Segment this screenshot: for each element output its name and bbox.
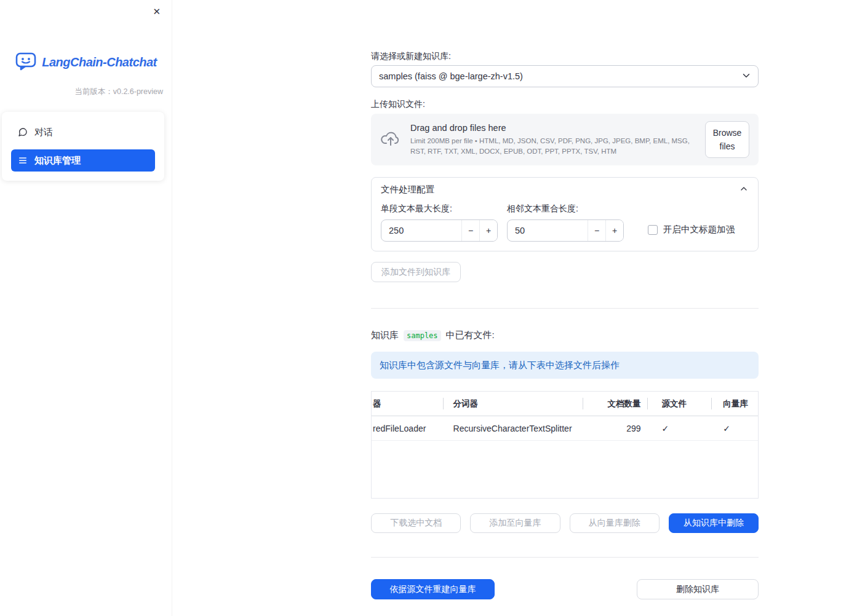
cell-source-file-check: ✓ bbox=[647, 416, 712, 440]
download-selected-button[interactable]: 下载选中文档 bbox=[371, 513, 461, 533]
file-config-body: 单段文本最大长度: 250 − + 相邻文本重合长度: 50 − bbox=[372, 201, 758, 251]
file-dropzone[interactable]: Drag and drop files here Limit 200MB per… bbox=[371, 114, 759, 165]
chat-bubble-icon bbox=[18, 127, 28, 137]
sidebar-item-label: 对话 bbox=[34, 127, 53, 138]
overlap-size-value[interactable]: 50 bbox=[508, 220, 588, 241]
existing-files-heading: 知识库 samples 中已有文件: bbox=[371, 330, 759, 341]
file-config-expander-header[interactable]: 文件处理配置 bbox=[372, 178, 758, 201]
overlap-size-increment-button[interactable]: + bbox=[605, 220, 623, 241]
app: ✕ LangChain-Chatchat 当前版本：v0.2.6-preview bbox=[0, 0, 849, 616]
files-table: 器 分词器 文档数量 源文件 向量库 redFileLoader Recursi… bbox=[371, 391, 759, 499]
chunk-size-value[interactable]: 250 bbox=[381, 220, 461, 241]
existing-files-suffix: 中已有文件: bbox=[446, 330, 495, 341]
cloud-upload-icon bbox=[380, 130, 401, 149]
chevron-down-icon bbox=[741, 70, 752, 83]
overlap-size-group: 相邻文本重合长度: 50 − + bbox=[507, 203, 624, 242]
column-header-loader[interactable]: 器 bbox=[372, 392, 443, 416]
zh-title-enhance-label[interactable]: 开启中文标题加强 bbox=[663, 224, 735, 235]
bottom-buttons: 依据源文件重建向量库 删除知识库 bbox=[371, 579, 759, 599]
delete-from-kb-button[interactable]: 从知识库中删除 bbox=[669, 513, 759, 533]
column-header-doc-count[interactable]: 文档数量 bbox=[583, 392, 647, 416]
info-banner: 知识库中包含源文件与向量库，请从下表中选择文件后操作 bbox=[371, 352, 759, 379]
list-icon bbox=[18, 156, 28, 165]
zh-title-enhance-checkbox[interactable] bbox=[648, 225, 658, 235]
chunk-size-input[interactable]: 250 − + bbox=[381, 219, 498, 242]
kb-select-value: samples (faiss @ bge-large-zh-v1.5) bbox=[379, 71, 523, 81]
existing-files-prefix: 知识库 bbox=[371, 330, 399, 341]
files-table-header: 器 分词器 文档数量 源文件 向量库 bbox=[372, 392, 758, 416]
info-banner-text: 知识库中包含源文件与向量库，请从下表中选择文件后操作 bbox=[380, 360, 620, 371]
delete-from-vector-store-button[interactable]: 从向量库删除 bbox=[570, 513, 660, 533]
cell-splitter: RecursiveCharacterTextSplitter bbox=[443, 416, 583, 440]
table-row[interactable]: redFileLoader RecursiveCharacterTextSpli… bbox=[372, 416, 758, 441]
browse-files-button[interactable]: Browse files bbox=[705, 121, 749, 159]
dropzone-title: Drag and drop files here bbox=[410, 123, 696, 133]
chevron-up-icon bbox=[739, 184, 749, 195]
delete-kb-button[interactable]: 删除知识库 bbox=[637, 579, 759, 599]
version-text: 当前版本：v0.2.6-preview bbox=[0, 87, 172, 97]
divider bbox=[371, 557, 759, 558]
sidebar-item-label: 知识库管理 bbox=[34, 155, 81, 167]
sidebar-menu: 对话 知识库管理 bbox=[2, 112, 164, 181]
chunk-size-group: 单段文本最大长度: 250 − + bbox=[381, 203, 498, 242]
rebuild-vector-store-button[interactable]: 依据源文件重建向量库 bbox=[371, 579, 495, 599]
logo-text: LangChain-Chatchat bbox=[42, 55, 157, 69]
add-to-vector-store-button[interactable]: 添加至向量库 bbox=[470, 513, 560, 533]
content-column: 请选择或新建知识库: samples (faiss @ bge-large-zh… bbox=[371, 0, 759, 599]
column-header-source-file[interactable]: 源文件 bbox=[647, 392, 712, 416]
cell-doc-count: 299 bbox=[583, 416, 647, 440]
kb-select[interactable]: samples (faiss @ bge-large-zh-v1.5) bbox=[371, 65, 759, 87]
langchain-chatchat-logo-icon bbox=[15, 52, 36, 73]
zh-title-enhance-group: 开启中文标题加强 bbox=[648, 224, 735, 235]
cell-vector-store-check: ✓ bbox=[711, 416, 758, 440]
sidebar-item-chat[interactable]: 对话 bbox=[11, 121, 155, 143]
main-area: 请选择或新建知识库: samples (faiss @ bge-large-zh… bbox=[172, 0, 849, 616]
cell-loader: redFileLoader bbox=[372, 416, 443, 440]
sidebar-item-knowledge-base[interactable]: 知识库管理 bbox=[11, 149, 155, 172]
sidebar-close-button[interactable]: ✕ bbox=[150, 4, 163, 18]
file-config-expander: 文件处理配置 单段文本最大长度: 250 − bbox=[371, 177, 759, 251]
overlap-size-decrement-button[interactable]: − bbox=[588, 220, 605, 241]
dropzone-limit-text: Limit 200MB per file • HTML, MD, JSON, C… bbox=[410, 136, 696, 156]
logo: LangChain-Chatchat bbox=[0, 52, 172, 73]
expander-title: 文件处理配置 bbox=[381, 184, 434, 195]
divider bbox=[371, 308, 759, 309]
chunk-size-increment-button[interactable]: + bbox=[479, 220, 497, 241]
upload-label: 上传知识文件: bbox=[371, 99, 759, 110]
chunk-size-label: 单段文本最大长度: bbox=[381, 203, 498, 215]
chunk-size-decrement-button[interactable]: − bbox=[461, 220, 479, 241]
kb-name-code: samples bbox=[404, 330, 441, 341]
table-action-buttons: 下载选中文档 添加至向量库 从向量库删除 从知识库中删除 bbox=[371, 513, 759, 533]
dropzone-texts: Drag and drop files here Limit 200MB per… bbox=[410, 123, 696, 156]
column-header-splitter[interactable]: 分词器 bbox=[443, 392, 583, 416]
overlap-size-input[interactable]: 50 − + bbox=[507, 219, 624, 242]
sidebar: ✕ LangChain-Chatchat 当前版本：v0.2.6-preview bbox=[0, 0, 172, 616]
overlap-size-label: 相邻文本重合长度: bbox=[507, 203, 624, 215]
add-files-to-kb-button[interactable]: 添加文件到知识库 bbox=[371, 262, 461, 282]
kb-select-label: 请选择或新建知识库: bbox=[371, 51, 759, 62]
column-header-vector-store[interactable]: 向量库 bbox=[711, 392, 758, 416]
